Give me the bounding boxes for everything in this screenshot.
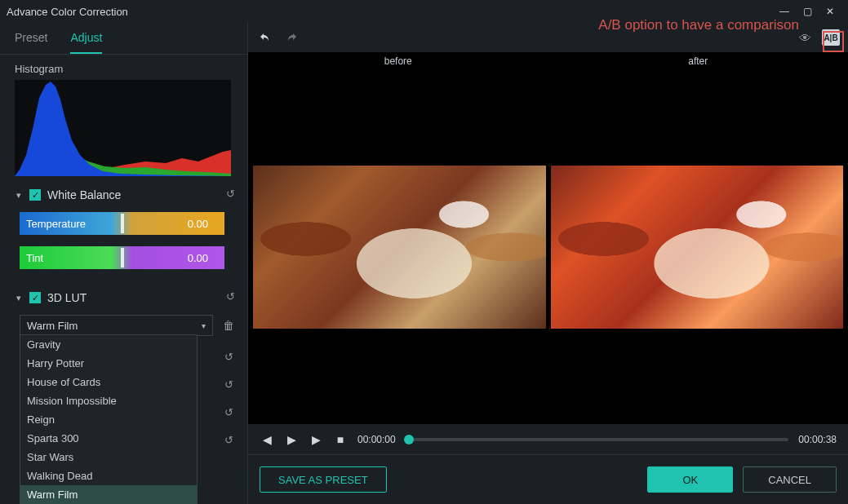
play-button[interactable]: ▶ <box>309 433 323 446</box>
close-button[interactable]: ✕ <box>819 6 841 17</box>
lut-option[interactable]: House of Cards <box>20 373 197 391</box>
lut-option[interactable]: Warm Film <box>20 485 197 504</box>
tint-label: Tint <box>26 252 43 264</box>
preview-after-image <box>551 166 844 329</box>
lut-option[interactable]: Harry Potter <box>20 354 197 373</box>
lut-option[interactable]: Gravity <box>20 335 197 354</box>
histogram <box>15 80 231 176</box>
titlebar: Advance Color Correction — ▢ ✕ <box>0 0 848 23</box>
sidebar: Preset Adjust Histogram ▾ ✓ White Balanc… <box>0 23 248 504</box>
timeline[interactable] <box>406 438 789 441</box>
lut-selected-value: Warm Film <box>27 320 78 332</box>
lut-title: 3D LUT <box>47 291 223 304</box>
temperature-slider[interactable]: Temperature 0.00 <box>20 212 224 235</box>
preview-area: before after <box>248 52 848 424</box>
white-balance-reset[interactable]: ↺ <box>223 188 238 202</box>
before-label: before <box>248 52 548 70</box>
section-reset[interactable]: ↺ <box>221 406 236 421</box>
redo-button <box>282 29 300 46</box>
preview-before-image <box>253 166 546 329</box>
playhead[interactable] <box>404 435 414 444</box>
lut-dropdown: Gravity Harry Potter House of Cards Miss… <box>20 334 198 504</box>
temperature-value: 0.00 <box>188 218 208 230</box>
lut-option[interactable]: Reign <box>20 410 197 429</box>
main-panel: 👁 A|B before after ◀ ▶ ▶ ■ 00:00:00 <box>248 23 848 504</box>
chevron-down-icon[interactable]: ▾ <box>13 293 24 303</box>
section-reset[interactable]: ↺ <box>221 351 236 365</box>
prev-frame-button[interactable]: ◀ <box>260 433 274 446</box>
lut-select[interactable]: Warm Film ▾ <box>20 315 213 336</box>
tint-value: 0.00 <box>188 252 208 264</box>
save-as-preset-button[interactable]: SAVE AS PRESET <box>260 466 387 493</box>
cancel-button[interactable]: CANCEL <box>743 466 837 493</box>
footer: SAVE AS PRESET OK CANCEL <box>248 455 848 504</box>
trash-icon[interactable]: 🗑 <box>221 319 236 332</box>
section-reset[interactable]: ↺ <box>221 434 236 449</box>
lut-option[interactable]: Mission Impossible <box>20 391 197 410</box>
lut-checkbox[interactable]: ✓ <box>29 292 41 303</box>
section-reset[interactable]: ↺ <box>221 378 236 393</box>
duration-time: 00:00:38 <box>798 434 837 445</box>
window-title: Advance Color Correction <box>7 6 128 18</box>
main-toolbar: 👁 A|B <box>248 23 848 52</box>
lut-option[interactable]: Sparta 300 <box>20 429 197 448</box>
tint-thumb[interactable] <box>121 248 124 267</box>
ab-compare-button[interactable]: A|B <box>822 29 840 46</box>
play-step-button[interactable]: ▶ <box>284 433 299 446</box>
lut-option[interactable]: Star Wars <box>20 448 197 466</box>
transport-bar: ◀ ▶ ▶ ■ 00:00:00 00:00:38 <box>248 424 848 455</box>
ok-button[interactable]: OK <box>647 466 733 493</box>
white-balance-title: White Balance <box>47 188 223 201</box>
lut-row: Warm Film ▾ 🗑 Gravity Harry Potter House… <box>0 310 247 341</box>
chevron-down-icon: ▾ <box>202 321 206 330</box>
lut-option[interactable]: Walking Dead <box>20 466 197 485</box>
tab-preset[interactable]: Preset <box>15 31 47 54</box>
white-balance-checkbox[interactable]: ✓ <box>29 189 41 201</box>
sidebar-tabs: Preset Adjust <box>0 23 247 54</box>
temperature-thumb[interactable] <box>121 214 124 233</box>
maximize-button[interactable]: ▢ <box>796 6 819 17</box>
lut-header: ▾ ✓ 3D LUT ↺ <box>0 287 247 310</box>
white-balance-header: ▾ ✓ White Balance ↺ <box>0 184 247 207</box>
tint-slider[interactable]: Tint 0.00 <box>20 246 224 269</box>
lut-reset[interactable]: ↺ <box>223 290 238 305</box>
minimize-button[interactable]: — <box>773 6 796 17</box>
after-label: after <box>548 52 849 70</box>
stop-button[interactable]: ■ <box>333 433 348 446</box>
temperature-label: Temperature <box>26 218 86 230</box>
tab-adjust[interactable]: Adjust <box>70 31 102 54</box>
chevron-down-icon[interactable]: ▾ <box>13 190 24 201</box>
current-time: 00:00:00 <box>357 434 396 445</box>
histogram-label: Histogram <box>0 60 247 80</box>
undo-button[interactable] <box>256 29 274 46</box>
eye-icon[interactable]: 👁 <box>796 31 814 45</box>
